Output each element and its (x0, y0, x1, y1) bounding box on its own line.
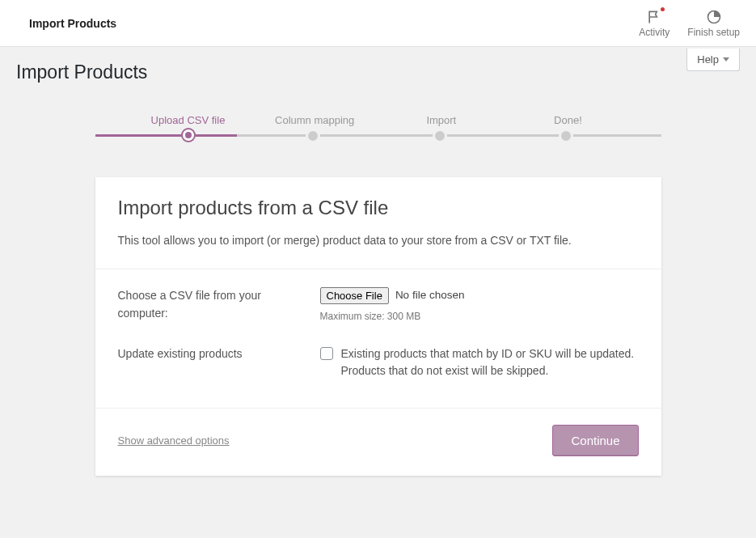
choose-file-button[interactable]: Choose File (320, 287, 389, 304)
progress-stepper: Upload CSV file Column mapping Import Do… (95, 83, 661, 137)
notification-dot-icon (661, 7, 665, 11)
show-advanced-link[interactable]: Show advanced options (118, 434, 230, 447)
step-dot-2 (306, 129, 320, 143)
stepper-labels: Upload CSV file Column mapping Import Do… (95, 114, 661, 126)
step-dot-4 (559, 129, 573, 143)
activity-button[interactable]: Activity (639, 9, 669, 38)
max-size-hint: Maximum size: 300 MB (320, 309, 639, 324)
step-dot-3 (433, 129, 447, 143)
help-label: Help (697, 53, 719, 66)
update-existing-field: Existing products that match by ID or SK… (320, 345, 639, 380)
finish-setup-label: Finish setup (687, 27, 740, 38)
wizard-heading: Import products from a CSV file (118, 197, 639, 219)
continue-button[interactable]: Continue (552, 425, 638, 456)
wizard-header: Import products from a CSV file This too… (95, 177, 661, 269)
file-chosen-text: No file chosen (395, 287, 465, 304)
progress-circle-icon (706, 9, 722, 25)
update-existing-checkbox[interactable] (320, 347, 333, 360)
step-done-label: Done! (519, 114, 616, 126)
choose-file-label: Choose a CSV file from your computer: (118, 287, 320, 324)
help-button[interactable]: Help (686, 49, 740, 71)
finish-setup-button[interactable]: Finish setup (687, 9, 740, 38)
topbar: Import Products Activity Finish setup (0, 0, 756, 47)
page-title: Import Products (0, 47, 756, 83)
update-existing-label: Update existing products (118, 345, 320, 380)
topbar-actions: Activity Finish setup (639, 9, 740, 38)
step-upload-label: Upload CSV file (140, 114, 237, 126)
import-wizard-panel: Import products from a CSV file This too… (95, 177, 661, 476)
topbar-title: Import Products (29, 17, 116, 30)
update-existing-row: Update existing products Existing produc… (118, 345, 639, 380)
step-import-label: Import (393, 114, 490, 126)
wizard-body: Choose a CSV file from your computer: Ch… (95, 269, 661, 409)
activity-label: Activity (639, 27, 669, 38)
choose-file-row: Choose a CSV file from your computer: Ch… (118, 287, 639, 324)
choose-file-field: Choose File No file chosen Maximum size:… (320, 287, 639, 324)
step-dot-1 (183, 129, 194, 141)
flag-icon (646, 9, 662, 25)
wizard-intro: This tool allows you to import (or merge… (118, 232, 639, 249)
wizard-footer: Show advanced options Continue (95, 409, 661, 476)
update-existing-desc: Existing products that match by ID or SK… (341, 345, 639, 380)
chevron-down-icon (723, 57, 729, 61)
stepper-track (95, 134, 661, 137)
step-mapping-label: Column mapping (266, 114, 363, 126)
